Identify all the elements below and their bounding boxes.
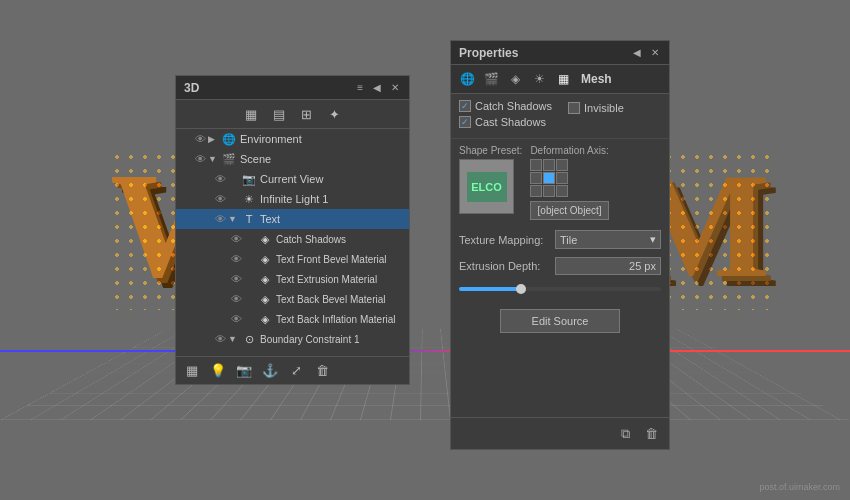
tab-shape-icon[interactable]: ◈ <box>505 69 525 89</box>
icon-current-view: 📷 <box>240 170 258 188</box>
vis-text-front-bevel[interactable]: 👁 <box>228 251 244 267</box>
vis-text[interactable]: 👁 <box>212 211 228 227</box>
cam-bottom-icon[interactable]: 📷 <box>234 361 254 381</box>
watermark: post.of.uimaker.com <box>759 482 840 492</box>
invisible-row: Invisible <box>568 100 624 116</box>
layer-environment[interactable]: 👁 ▶ 🌐 Environment <box>176 129 409 149</box>
expand-scene[interactable]: ▼ <box>208 154 220 164</box>
extrusion-slider-track[interactable] <box>459 287 661 291</box>
label-text: Text <box>258 213 405 225</box>
prop-collapse-btn[interactable]: ◀ <box>631 47 643 58</box>
reset-deformation-btn[interactable]: [object Object] <box>530 201 608 220</box>
dg-4[interactable] <box>543 172 555 184</box>
layer-text-front-inflation[interactable]: 👁 ◈ Catch Shadows <box>176 229 409 249</box>
extrusion-depth-row: Extrusion Depth: 25 px <box>451 253 669 279</box>
dg-6[interactable] <box>530 185 542 197</box>
dg-2[interactable] <box>556 159 568 171</box>
expand-environment[interactable]: ▶ <box>208 134 220 144</box>
prop-panel-controls: ◀ ✕ <box>631 47 661 58</box>
layer-text-back-bevel[interactable]: 👁 ◈ Text Back Bevel Material <box>176 289 409 309</box>
dg-8[interactable] <box>556 185 568 197</box>
edit-source-container: Edit Source <box>451 295 669 347</box>
cast-shadows-checkbox[interactable] <box>459 116 471 128</box>
layer-current-view[interactable]: 👁 📷 Current View <box>176 169 409 189</box>
layer-text-back-inflation[interactable]: 👁 ◈ Text Back Inflation Material <box>176 309 409 329</box>
properties-titlebar: Properties ◀ ✕ <box>451 41 669 65</box>
label-current-view: Current View <box>258 173 405 185</box>
vis-text-front-inflation[interactable]: 👁 <box>228 231 244 247</box>
bulb-bottom-icon[interactable]: 💡 <box>208 361 228 381</box>
tab-scene-icon[interactable]: 🎬 <box>481 69 501 89</box>
texture-mapping-row: Texture Mapping: Tile ▾ <box>451 226 669 253</box>
catch-shadows-label: Catch Shadows <box>475 100 552 112</box>
vis-environment[interactable]: 👁 <box>192 131 208 147</box>
dg-1[interactable] <box>543 159 555 171</box>
dg-0[interactable] <box>530 159 542 171</box>
prop-copy-icon[interactable]: ⧉ <box>615 424 635 444</box>
list-view-icon[interactable]: ▤ <box>269 104 289 124</box>
prop-delete-icon[interactable]: 🗑 <box>641 424 661 444</box>
move-bottom-icon[interactable]: ⤢ <box>286 361 306 381</box>
dg-5[interactable] <box>556 172 568 184</box>
prop-close-btn[interactable]: ✕ <box>649 47 661 58</box>
vis-text-back-bevel[interactable]: 👁 <box>228 291 244 307</box>
3d-viewport: W M <box>0 0 850 500</box>
properties-panel: Properties ◀ ✕ 🌐 🎬 ◈ ☀ ▦ Mesh Catch Shad… <box>450 40 670 450</box>
vis-scene[interactable]: 👁 <box>192 151 208 167</box>
cast-shadows-row: Cast Shadows <box>459 116 661 128</box>
shadows-section: Catch Shadows Invisible Cast Shadows <box>451 94 669 139</box>
label-text-front-bevel: Text Front Bevel Material <box>274 254 405 265</box>
label-text-front-inflation: Catch Shadows <box>274 234 405 245</box>
tab-mesh-icon[interactable]: ▦ <box>553 69 573 89</box>
dg-3[interactable] <box>530 172 542 184</box>
properties-tabs: 🌐 🎬 ◈ ☀ ▦ Mesh <box>451 65 669 94</box>
grid-floor <box>0 329 850 420</box>
edit-source-btn[interactable]: Edit Source <box>500 309 620 333</box>
vis-text-back-inflation[interactable]: 👁 <box>228 311 244 327</box>
properties-title: Properties <box>459 46 518 60</box>
panel-collapse-btn[interactable]: ◀ <box>371 82 383 93</box>
layers-bottom-toolbar: ▦ 💡 📷 ⚓ ⤢ 🗑 <box>176 356 409 384</box>
delete-bottom-icon[interactable]: 🗑 <box>312 361 332 381</box>
properties-bottom-toolbar: ⧉ 🗑 <box>451 417 669 449</box>
cast-shadows-label: Cast Shadows <box>475 116 546 128</box>
label-text-back-inflation: Text Back Inflation Material <box>274 314 405 325</box>
layer-infinite-light[interactable]: 👁 ☀ Infinite Light 1 <box>176 189 409 209</box>
extrusion-slider-thumb[interactable] <box>516 284 526 294</box>
grid-bottom-icon[interactable]: ▦ <box>182 361 202 381</box>
layer-scene[interactable]: 👁 ▼ 🎬 Scene <box>176 149 409 169</box>
layer-text-front-bevel[interactable]: 👁 ◈ Text Front Bevel Material <box>176 249 409 269</box>
invisible-checkbox[interactable] <box>568 102 580 114</box>
texture-mapping-select[interactable]: Tile ▾ <box>555 230 661 249</box>
icon-text-back-inflation: ◈ <box>256 310 274 328</box>
vis-text-extrusion[interactable]: 👁 <box>228 271 244 287</box>
anchor-bottom-icon[interactable]: ⚓ <box>260 361 280 381</box>
grid-view-icon[interactable]: ▦ <box>241 104 261 124</box>
expand-boundary[interactable]: ▼ <box>228 334 240 344</box>
panel-close-btn[interactable]: ✕ <box>389 82 401 93</box>
layer-text-extrusion[interactable]: 👁 ◈ Text Extrusion Material <box>176 269 409 289</box>
extrusion-slider-row <box>451 279 669 295</box>
light-add-icon[interactable]: ✦ <box>325 104 345 124</box>
layer-text[interactable]: 👁 ▼ T Text <box>176 209 409 229</box>
shape-preset-label: Shape Preset: <box>459 145 522 156</box>
vis-boundary[interactable]: 👁 <box>212 331 228 347</box>
filter-icon[interactable]: ⊞ <box>297 104 317 124</box>
layer-tree: 👁 ▶ 🌐 Environment 👁 ▼ 🎬 Scene 👁 📷 Curren… <box>176 129 409 362</box>
tab-env-icon[interactable]: 🌐 <box>457 69 477 89</box>
tab-light-icon[interactable]: ☀ <box>529 69 549 89</box>
extrusion-depth-input[interactable]: 25 px <box>555 257 661 275</box>
deformation-grid[interactable] <box>530 159 608 197</box>
catch-shadows-checkbox[interactable] <box>459 100 471 112</box>
vis-infinite-light[interactable]: 👁 <box>212 191 228 207</box>
icon-scene: 🎬 <box>220 150 238 168</box>
expand-text[interactable]: ▼ <box>228 214 240 224</box>
panel-menu-btn[interactable]: ≡ <box>355 82 365 93</box>
layers-title: 3D <box>184 81 199 95</box>
icon-boundary: ⊙ <box>240 330 258 348</box>
vis-current-view[interactable]: 👁 <box>212 171 228 187</box>
layer-boundary-constraint[interactable]: 👁 ▼ ⊙ Boundary Constraint 1 <box>176 329 409 349</box>
shape-deform-section: Shape Preset: ELCO Deformation Axis: <box>451 139 669 226</box>
shape-preset-thumbnail[interactable]: ELCO <box>459 159 514 214</box>
dg-7[interactable] <box>543 185 555 197</box>
